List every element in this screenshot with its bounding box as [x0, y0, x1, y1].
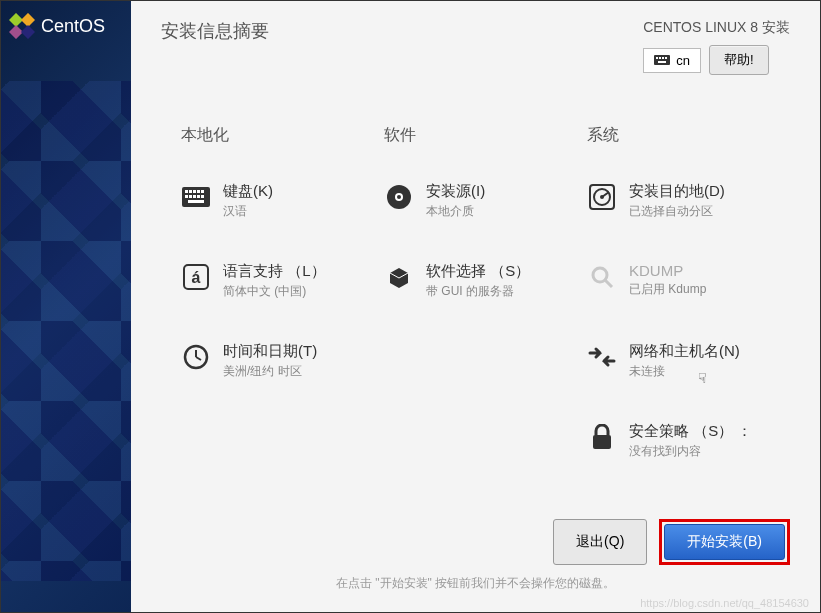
- svg-rect-21: [188, 200, 204, 203]
- svg-line-35: [196, 357, 201, 360]
- svg-rect-11: [185, 190, 188, 193]
- quit-button[interactable]: 退出(Q): [553, 519, 647, 565]
- spoke-time-title: 时间和日期(T): [223, 342, 364, 361]
- svg-rect-5: [656, 57, 658, 59]
- spoke-security-policy[interactable]: 安全策略 （S） ： 没有找到内容: [587, 414, 770, 468]
- language-icon: á: [181, 262, 211, 292]
- header: 安装信息摘要 CENTOS LINUX 8 安装 cn: [131, 1, 820, 85]
- watermark: https://blog.csdn.net/qq_48154630: [640, 597, 809, 609]
- spoke-software-selection[interactable]: 软件选择 （S） 带 GUI 的服务器: [384, 254, 567, 308]
- svg-rect-2: [9, 25, 23, 39]
- spoke-network-title: 网络和主机名(N): [629, 342, 770, 361]
- spoke-keyboard-title: 键盘(K): [223, 182, 364, 201]
- header-right: CENTOS LINUX 8 安装 cn 帮助!: [643, 19, 790, 75]
- svg-rect-20: [201, 195, 204, 198]
- svg-rect-17: [189, 195, 192, 198]
- footer-buttons: 退出(Q) 开始安装(B): [161, 519, 790, 565]
- svg-rect-7: [662, 57, 664, 59]
- lock-icon: [587, 422, 617, 452]
- svg-rect-18: [193, 195, 196, 198]
- spoke-selection-title: 软件选择 （S）: [426, 262, 567, 281]
- svg-rect-4: [654, 55, 670, 65]
- svg-rect-13: [193, 190, 196, 193]
- page-title: 安装信息摘要: [161, 19, 269, 43]
- spoke-install-destination[interactable]: 安装目的地(D) 已选择自动分区: [587, 174, 770, 228]
- category-software: 软件: [384, 125, 567, 146]
- spoke-grid: 本地化 软件 系统 键盘(K) 汉语 安装源(I) 本地介质: [131, 85, 820, 509]
- begin-install-highlight: 开始安装(B): [659, 519, 790, 565]
- svg-rect-3: [21, 25, 35, 39]
- spoke-source-title: 安装源(I): [426, 182, 567, 201]
- sidebar-logo: CentOS: [1, 1, 131, 51]
- footer-hint: 在点击 "开始安装" 按钮前我们并不会操作您的磁盘。: [161, 575, 790, 592]
- category-system: 系统: [587, 125, 770, 146]
- svg-rect-36: [593, 435, 611, 449]
- spoke-time-status: 美洲/纽约 时区: [223, 363, 364, 380]
- svg-rect-15: [201, 190, 204, 193]
- keyboard-indicator[interactable]: cn: [643, 48, 701, 73]
- search-icon: [587, 262, 617, 292]
- keyboard-icon: [654, 55, 670, 65]
- spoke-security-status: 没有找到内容: [629, 443, 770, 460]
- spoke-keyboard-status: 汉语: [223, 203, 364, 220]
- svg-line-28: [602, 192, 609, 197]
- package-icon: [384, 262, 414, 292]
- keyboard-icon: [181, 182, 211, 212]
- spoke-kdump-title: KDUMP: [629, 262, 770, 279]
- sidebar-pattern: [1, 81, 131, 581]
- header-controls: cn 帮助!: [643, 45, 790, 75]
- installer-window: CentOS 安装信息摘要 CENTOS LINUX 8 安装: [0, 0, 821, 613]
- empty-cell: [384, 334, 567, 404]
- cursor-icon: ☟: [698, 370, 707, 386]
- main-area: 安装信息摘要 CENTOS LINUX 8 安装 cn: [131, 1, 820, 612]
- empty-cell: [384, 414, 567, 484]
- spoke-security-title: 安全策略 （S） ：: [629, 422, 770, 441]
- spoke-install-source[interactable]: 安装源(I) 本地介质: [384, 174, 567, 228]
- sidebar: CentOS: [1, 1, 131, 612]
- svg-rect-1: [21, 13, 35, 27]
- spoke-language-status: 简体中文 (中国): [223, 283, 364, 300]
- svg-rect-12: [189, 190, 192, 193]
- centos-logo-icon: [9, 13, 35, 39]
- network-icon: [587, 342, 617, 372]
- disk-icon: [587, 182, 617, 212]
- spoke-destination-status: 已选择自动分区: [629, 203, 770, 220]
- clock-icon: [181, 342, 211, 372]
- header-subtitle: CENTOS LINUX 8 安装: [643, 19, 790, 37]
- svg-point-24: [397, 195, 401, 199]
- sidebar-logo-text: CentOS: [41, 16, 105, 37]
- spoke-source-status: 本地介质: [426, 203, 567, 220]
- help-button[interactable]: 帮助!: [709, 45, 769, 75]
- svg-rect-16: [185, 195, 188, 198]
- spoke-language-title: 语言支持 （L）: [223, 262, 364, 281]
- spoke-language-support[interactable]: á 语言支持 （L） 简体中文 (中国): [181, 254, 364, 308]
- spoke-time-date[interactable]: 时间和日期(T) 美洲/纽约 时区: [181, 334, 364, 388]
- svg-rect-8: [665, 57, 667, 59]
- spoke-network-hostname[interactable]: 网络和主机名(N) 未连接: [587, 334, 770, 388]
- svg-rect-9: [658, 61, 666, 63]
- svg-text:á: á: [192, 269, 201, 286]
- empty-cell: [181, 414, 364, 484]
- svg-rect-6: [659, 57, 661, 59]
- svg-rect-0: [9, 13, 23, 27]
- spoke-kdump-status: 已启用 Kdump: [629, 281, 770, 298]
- begin-install-button[interactable]: 开始安装(B): [664, 524, 785, 560]
- spoke-selection-status: 带 GUI 的服务器: [426, 283, 567, 300]
- disc-icon: [384, 182, 414, 212]
- svg-rect-14: [197, 190, 200, 193]
- category-localization: 本地化: [181, 125, 364, 146]
- svg-line-32: [605, 280, 612, 287]
- svg-rect-19: [197, 195, 200, 198]
- spoke-destination-title: 安装目的地(D): [629, 182, 770, 201]
- svg-point-31: [593, 268, 607, 282]
- spoke-kdump[interactable]: KDUMP 已启用 Kdump: [587, 254, 770, 308]
- spoke-keyboard[interactable]: 键盘(K) 汉语: [181, 174, 364, 228]
- keyboard-indicator-label: cn: [676, 53, 690, 68]
